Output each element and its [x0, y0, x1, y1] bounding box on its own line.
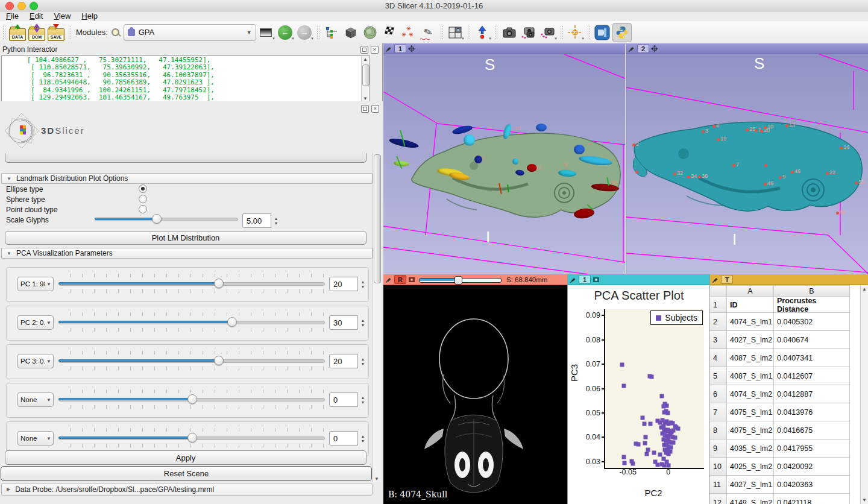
subject-hierarchy-module-button[interactable] [322, 24, 341, 42]
pc-weight-spinbox[interactable]: 0▲▼ [329, 392, 368, 407]
table-cell[interactable]: 0.0417955 [774, 439, 850, 458]
column-header[interactable] [710, 285, 727, 297]
scroll-up-icon[interactable]: ▲ [861, 286, 868, 292]
pca-scatter-plot[interactable]: PCA Scatter Plot Subjects 0.030.040.050.… [568, 285, 710, 504]
plot-lm-distribution-button[interactable]: Plot LM Distribution [5, 231, 366, 245]
pin-icon[interactable] [628, 45, 635, 52]
module-history-button[interactable]: ▾ [257, 24, 275, 42]
radio-ellipse-type[interactable] [139, 184, 147, 193]
reset-scene-button[interactable]: Reset Scene [1, 466, 372, 481]
table-cell[interactable]: 0.040674 [774, 331, 850, 349]
spin-arrows[interactable]: ▲▼ [358, 315, 368, 330]
console-scrollbar[interactable]: ▲ ▼ [361, 56, 370, 102]
pc-weight-slider[interactable] [58, 433, 325, 442]
annotations-module-button[interactable]: ✎ [419, 24, 437, 42]
float-panel-button[interactable] [360, 46, 368, 54]
scrollbar-thumb[interactable] [374, 154, 381, 283]
load-data-button[interactable]: DATA [8, 24, 27, 42]
slice-offset-slider[interactable] [419, 276, 502, 283]
menu-help[interactable]: Help [81, 11, 98, 20]
pc-weight-spinbox[interactable]: 20▲▼ [329, 277, 368, 291]
module-search-icon[interactable] [112, 28, 120, 37]
pc-component-selector[interactable]: PC 2: 0.2▼ [17, 315, 54, 330]
apply-button[interactable]: Apply [5, 450, 366, 465]
table-cell[interactable]: 0.0412607 [774, 367, 850, 385]
pc-component-selector[interactable]: PC 3: 0.2▼ [17, 354, 54, 368]
layout-selector-button[interactable]: ▾ [446, 24, 464, 42]
close-panel-button[interactable]: × [371, 46, 379, 54]
pc-weight-spinbox[interactable]: 20▲▼ [329, 354, 368, 368]
table-cell[interactable]: 0.0420092 [774, 458, 850, 476]
scale-glyphs-value[interactable]: 5.00 [242, 213, 271, 228]
pc-weight-value[interactable]: 0 [329, 431, 358, 446]
pc-weight-spinbox[interactable]: 0▲▼ [329, 431, 368, 446]
slider-handle[interactable] [187, 394, 197, 404]
pin-icon[interactable] [385, 45, 392, 52]
spin-arrows[interactable]: ▲▼ [358, 354, 368, 368]
pc-component-selector[interactable]: None▼ [17, 431, 54, 446]
menu-edit[interactable]: Edit [30, 11, 43, 20]
scroll-up-icon[interactable]: ▲ [362, 57, 369, 62]
menu-view[interactable]: View [54, 11, 71, 20]
table-cell[interactable]: 4087_S_lm2 [727, 349, 774, 367]
table-cell[interactable]: 0.0421118 [774, 494, 850, 504]
table-scrollbar[interactable]: ▲ ▼ [860, 285, 868, 504]
table-cell[interactable]: 4027_S_lm2 [727, 331, 774, 349]
slider-handle[interactable] [454, 276, 462, 285]
pc-component-selector[interactable]: None▼ [17, 392, 54, 407]
slider-handle[interactable] [187, 433, 197, 443]
float-module-panel-button[interactable] [361, 105, 369, 113]
slider-handle[interactable] [227, 317, 237, 327]
view2-render-area[interactable]: 2381925120101316748922465563323436 S I [626, 54, 868, 274]
save-button[interactable]: SAVE [47, 24, 65, 42]
table-cell[interactable]: 0.0420363 [774, 476, 850, 494]
spin-arrows[interactable]: ▲▼ [271, 213, 281, 228]
column-header[interactable]: A [727, 285, 774, 297]
pc-weight-value[interactable]: 30 [329, 315, 358, 330]
table-cell[interactable]: 4025_S_lm2 [727, 458, 774, 476]
scroll-down-icon[interactable]: ▼ [362, 96, 369, 101]
table-cell[interactable]: 4074_S_lm2 [727, 385, 774, 403]
scroll-down-icon[interactable]: ▼ [861, 497, 868, 503]
scroll-down-icon[interactable]: ▼ [373, 476, 380, 482]
python-interactor-button[interactable] [612, 23, 632, 42]
pc-weight-slider[interactable] [58, 318, 325, 326]
volumes-module-button[interactable] [361, 24, 379, 42]
pin-icon[interactable] [385, 276, 392, 283]
module-selector[interactable]: GPA ▼ [124, 24, 256, 41]
extensions-manager-button[interactable] [593, 24, 611, 42]
table-cell[interactable]: 4075_S_lm2 [727, 421, 774, 439]
spin-arrows[interactable]: ▲▼ [358, 431, 368, 446]
table-cell[interactable]: 4074_S_lm1 [727, 313, 774, 331]
radio-sphere-type[interactable] [139, 195, 147, 203]
table-cell[interactable]: 0.0405302 [774, 313, 850, 331]
column-header[interactable]: B [774, 285, 850, 297]
load-dicom-button[interactable]: DCM [28, 24, 46, 42]
transforms-module-button[interactable] [380, 24, 398, 42]
scene-views-button[interactable]: ▾ [539, 24, 557, 42]
scene-view-capture-button[interactable] [520, 24, 538, 42]
python-console[interactable]: [ 104.4986627 , 75.30271111, 47.14455952… [1, 55, 370, 102]
view1-render-area[interactable]: 10712955 S I [383, 54, 625, 274]
data-module-button[interactable] [342, 24, 360, 42]
data-probe-section-header[interactable]: ▶ Data Probe: /Users/srolfe/Dropbox/Sl..… [1, 483, 373, 496]
pc-weight-value[interactable]: 20 [329, 354, 358, 368]
table-cell[interactable]: 0.0412887 [774, 385, 850, 403]
table-cell[interactable]: 4027_S_lm1 [727, 476, 774, 494]
module-panel-scrollbar[interactable]: ▼ [373, 153, 381, 482]
table-cell[interactable]: 4087_S_lm1 [727, 367, 774, 385]
table-cell[interactable]: 0.0413976 [774, 403, 850, 421]
screenshot-button[interactable] [500, 24, 518, 42]
pc-weight-value[interactable]: 20 [329, 277, 358, 291]
pc-weight-slider[interactable] [58, 356, 325, 365]
table-cell[interactable]: 4075_S_lm1 [727, 403, 774, 421]
view1-menu-icon[interactable] [408, 45, 415, 52]
table-cell[interactable]: 4149_S_lm2 [727, 494, 774, 504]
pc-weight-spinbox[interactable]: 30▲▼ [329, 315, 368, 330]
mouse-place-mode-button[interactable]: ▾ [473, 24, 491, 42]
slider-handle[interactable] [214, 356, 224, 365]
pc-weight-slider[interactable] [58, 395, 325, 403]
crosshair-button[interactable]: ▾ [566, 24, 584, 42]
pin-icon[interactable] [570, 276, 577, 283]
scrollbar-thumb[interactable] [362, 65, 370, 86]
